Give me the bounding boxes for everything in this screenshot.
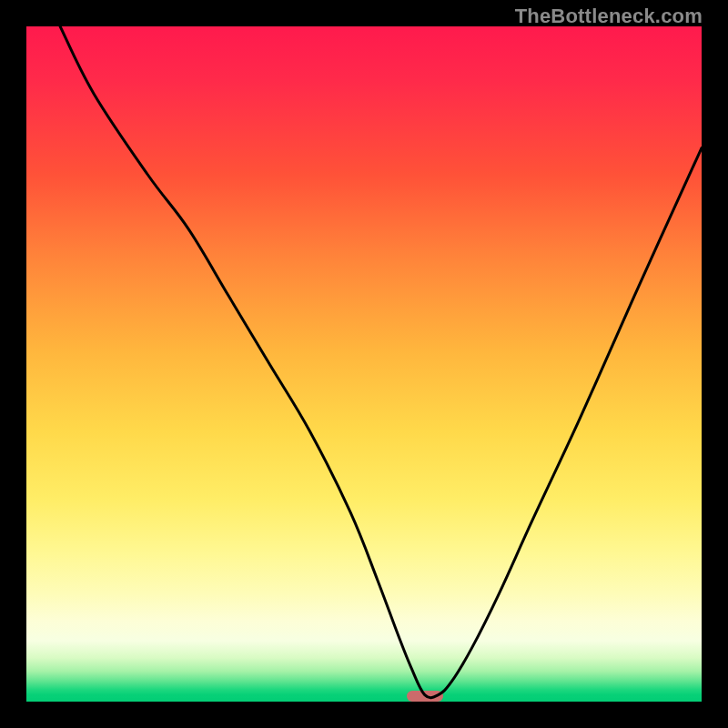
bottleneck-curve [26,26,702,702]
plot-area [26,26,702,702]
watermark-text: TheBottleneck.com [515,5,703,28]
chart-frame: TheBottleneck.com [0,0,728,728]
